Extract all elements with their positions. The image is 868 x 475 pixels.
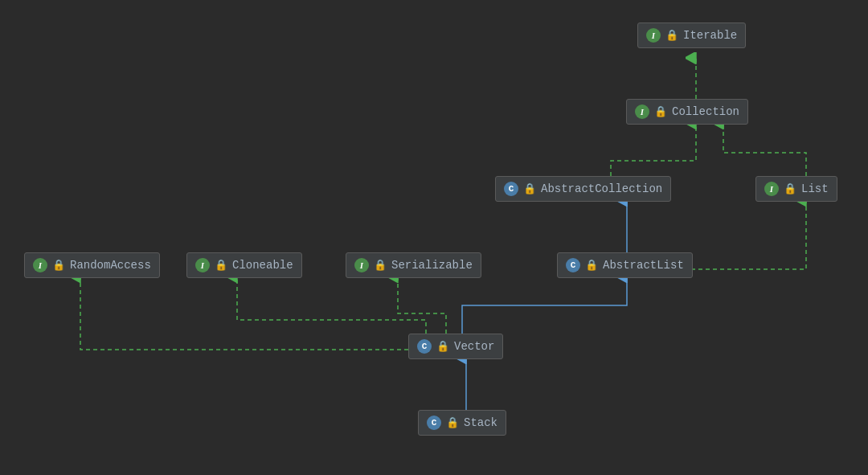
interface-icon: I [33,258,47,272]
node-label: RandomAccess [70,259,151,272]
lock-icon: 🔒 [215,259,227,272]
node-abstract-list[interactable]: C 🔒 AbstractList [557,252,693,278]
class-icon: C [417,339,432,354]
class-diagram: I 🔒 Iterable I 🔒 Collection C 🔒 Abstract… [0,0,868,475]
lock-icon: 🔒 [374,259,387,272]
lock-icon: 🔒 [654,105,667,118]
lock-icon: 🔒 [585,259,598,272]
lock-icon: 🔒 [436,340,449,353]
node-label: Iterable [683,29,737,42]
lock-icon: 🔒 [52,259,65,272]
interface-icon: I [635,104,649,119]
node-label: Cloneable [232,259,293,272]
node-serializable[interactable]: I 🔒 Serializable [346,252,481,278]
lock-icon: 🔒 [665,29,678,42]
node-label: Serializable [391,259,473,272]
node-label: List [801,182,829,195]
interface-icon: I [764,182,779,196]
class-icon: C [566,258,580,272]
node-label: AbstractCollection [541,182,662,195]
node-label: Collection [672,105,739,118]
node-label: Stack [464,416,497,429]
node-abstract-collection[interactable]: C 🔒 AbstractCollection [495,176,671,202]
node-iterable[interactable]: I 🔒 Iterable [637,23,746,48]
lock-icon: 🔒 [784,182,796,195]
class-icon: C [504,182,518,196]
class-icon: C [427,416,441,430]
arrows-layer [0,0,868,475]
node-label: Vector [454,340,494,353]
node-random-access[interactable]: I 🔒 RandomAccess [24,252,160,278]
lock-icon: 🔒 [523,182,536,195]
node-cloneable[interactable]: I 🔒 Cloneable [186,252,302,278]
lock-icon: 🔒 [446,416,459,429]
node-label: AbstractList [603,259,684,272]
interface-icon: I [195,258,210,272]
interface-icon: I [646,28,661,43]
node-vector[interactable]: C 🔒 Vector [408,334,503,359]
node-stack[interactable]: C 🔒 Stack [418,410,506,436]
interface-icon: I [354,258,369,272]
node-collection[interactable]: I 🔒 Collection [626,99,748,125]
node-list[interactable]: I 🔒 List [755,176,837,202]
